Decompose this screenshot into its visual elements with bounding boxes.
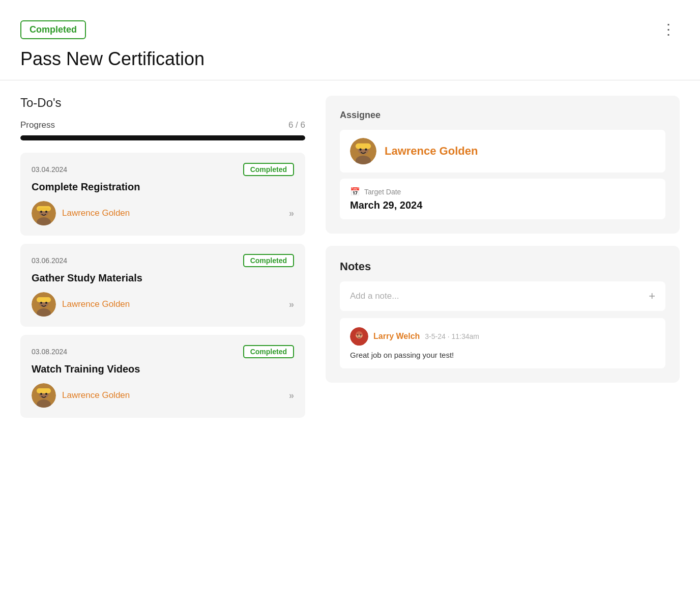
svg-point-11	[40, 302, 42, 304]
svg-rect-16	[37, 388, 51, 393]
add-note-plus-icon: +	[649, 290, 655, 303]
todo-card[interactable]: 03.04.2024 Completed Complete Registrati…	[20, 153, 305, 236]
notes-panel: Notes Add a note... + Larry W	[326, 246, 680, 383]
todo-card[interactable]: 03.08.2024 Completed Watch Training Vide…	[20, 335, 305, 418]
note-meta: 3-5-24 · 11:34am	[425, 332, 479, 340]
todo-task-name: Gather Study Materials	[32, 272, 294, 284]
target-date-label: Target Date	[364, 188, 401, 196]
svg-point-12	[45, 302, 47, 304]
assignee-avatar	[350, 138, 376, 164]
progress-bar-bg	[20, 135, 305, 140]
main-content: To-Do's Progress 6 / 6 03.04.2024 Comple…	[0, 80, 700, 441]
todo-assignee-row: Lawrence Golden »	[32, 383, 294, 408]
svg-rect-6	[38, 208, 50, 211]
assignee-panel: Assignee Lawrence Golden 📅 Target Date	[326, 96, 680, 234]
status-badge: Completed	[20, 20, 86, 39]
avatar	[32, 292, 56, 317]
todo-date: 03.06.2024	[32, 256, 67, 265]
svg-point-23	[359, 149, 361, 151]
assignee-card[interactable]: Lawrence Golden	[340, 130, 665, 173]
calendar-icon: 📅	[350, 187, 360, 196]
note-author-name: Larry Welch	[373, 332, 420, 341]
svg-point-5	[45, 211, 47, 213]
todo-assignee-row: Lawrence Golden »	[32, 292, 294, 317]
svg-rect-10	[37, 297, 51, 302]
todo-status-badge: Completed	[243, 345, 294, 358]
todo-status-badge: Completed	[243, 163, 294, 176]
assignee-name: Lawrence Golden	[385, 145, 478, 158]
todo-assignee-name: Lawrence Golden	[62, 208, 130, 218]
todo-card[interactable]: 03.06.2024 Completed Gather Study Materi…	[20, 244, 305, 327]
todo-card-header: 03.08.2024 Completed	[32, 345, 294, 358]
todo-task-name: Watch Training Videos	[32, 363, 294, 375]
page-title: Pass New Certification	[20, 48, 205, 70]
svg-point-4	[40, 211, 42, 213]
chevron-right-icon: »	[289, 299, 294, 310]
chevron-right-icon: »	[289, 208, 294, 219]
header-left: Completed Pass New Certification	[20, 20, 205, 70]
chevron-right-icon: »	[289, 390, 294, 401]
right-panel: Assignee Lawrence Golden 📅 Target Date	[326, 96, 680, 383]
todo-status-badge: Completed	[243, 254, 294, 267]
assignee-inner: Lawrence Golden	[32, 201, 130, 225]
assignee-inner: Lawrence Golden	[32, 383, 130, 408]
progress-section: Progress 6 / 6	[20, 120, 305, 140]
todo-card-header: 03.04.2024 Completed	[32, 163, 294, 176]
left-panel: To-Do's Progress 6 / 6 03.04.2024 Comple…	[20, 96, 305, 426]
todo-assignee-name: Lawrence Golden	[62, 390, 130, 400]
todo-task-name: Complete Registration	[32, 181, 294, 193]
svg-point-24	[365, 149, 367, 151]
assignee-section-label: Assignee	[340, 110, 665, 121]
note-item: Larry Welch 3-5-24 · 11:34am Great job o…	[340, 318, 665, 368]
target-date-label-row: 📅 Target Date	[350, 187, 655, 196]
avatar	[32, 383, 56, 408]
todo-assignee-row: Lawrence Golden »	[32, 201, 294, 225]
progress-row: Progress 6 / 6	[20, 120, 305, 130]
todo-date: 03.04.2024	[32, 165, 67, 174]
page-header: Completed Pass New Certification ⋮	[0, 0, 700, 80]
assignee-inner: Lawrence Golden	[32, 292, 130, 317]
target-date-value: March 29, 2024	[350, 199, 655, 211]
svg-rect-30	[353, 331, 365, 335]
progress-count: 6 / 6	[288, 120, 305, 130]
note-header: Larry Welch 3-5-24 · 11:34am	[350, 327, 655, 346]
progress-label: Progress	[20, 120, 55, 130]
add-note-row[interactable]: Add a note... +	[340, 281, 665, 311]
avatar	[32, 201, 56, 225]
todos-title: To-Do's	[20, 96, 305, 110]
svg-rect-22	[356, 144, 371, 149]
add-note-placeholder: Add a note...	[350, 291, 399, 301]
note-text: Great job on passing your test!	[350, 351, 655, 359]
svg-point-18	[45, 393, 47, 395]
todo-card-header: 03.06.2024 Completed	[32, 254, 294, 267]
target-date-card: 📅 Target Date March 29, 2024	[340, 179, 665, 219]
svg-point-17	[40, 393, 42, 395]
todo-date: 03.08.2024	[32, 348, 67, 356]
more-menu-button[interactable]: ⋮	[657, 20, 680, 39]
note-author-avatar	[350, 327, 368, 346]
notes-title: Notes	[340, 260, 665, 273]
progress-bar-fill	[20, 135, 305, 140]
todo-assignee-name: Lawrence Golden	[62, 299, 130, 309]
